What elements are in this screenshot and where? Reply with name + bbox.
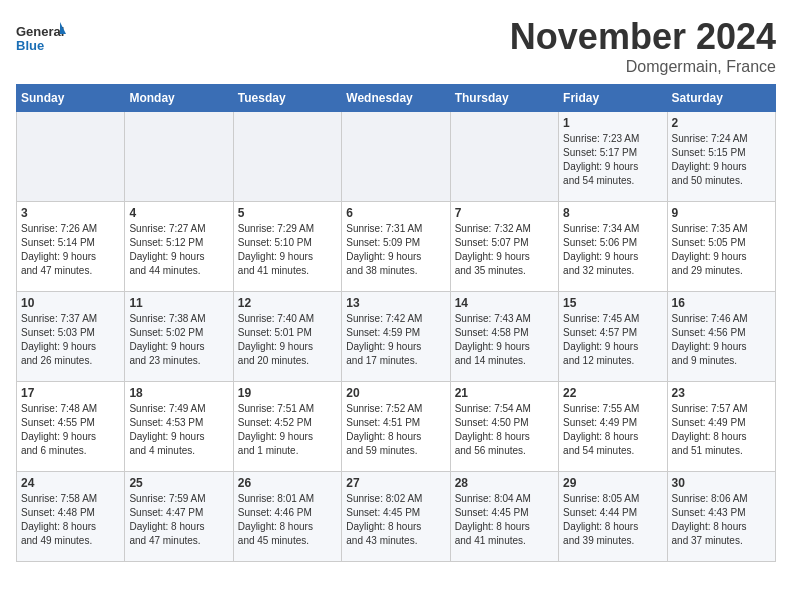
calendar-cell: 15Sunrise: 7:45 AM Sunset: 4:57 PM Dayli… [559,292,667,382]
day-info: Sunrise: 7:29 AM Sunset: 5:10 PM Dayligh… [238,222,337,278]
calendar-cell: 19Sunrise: 7:51 AM Sunset: 4:52 PM Dayli… [233,382,341,472]
day-number: 27 [346,476,445,490]
day-info: Sunrise: 8:06 AM Sunset: 4:43 PM Dayligh… [672,492,771,548]
day-number: 15 [563,296,662,310]
calendar-cell: 1Sunrise: 7:23 AM Sunset: 5:17 PM Daylig… [559,112,667,202]
day-number: 17 [21,386,120,400]
day-info: Sunrise: 7:31 AM Sunset: 5:09 PM Dayligh… [346,222,445,278]
calendar-cell: 11Sunrise: 7:38 AM Sunset: 5:02 PM Dayli… [125,292,233,382]
day-info: Sunrise: 7:46 AM Sunset: 4:56 PM Dayligh… [672,312,771,368]
day-number: 2 [672,116,771,130]
calendar-cell: 5Sunrise: 7:29 AM Sunset: 5:10 PM Daylig… [233,202,341,292]
day-number: 23 [672,386,771,400]
svg-text:Blue: Blue [16,38,44,53]
day-info: Sunrise: 7:55 AM Sunset: 4:49 PM Dayligh… [563,402,662,458]
day-number: 3 [21,206,120,220]
day-number: 20 [346,386,445,400]
day-number: 9 [672,206,771,220]
day-info: Sunrise: 7:26 AM Sunset: 5:14 PM Dayligh… [21,222,120,278]
calendar-cell: 14Sunrise: 7:43 AM Sunset: 4:58 PM Dayli… [450,292,558,382]
calendar-week-row: 24Sunrise: 7:58 AM Sunset: 4:48 PM Dayli… [17,472,776,562]
day-number: 19 [238,386,337,400]
day-number: 29 [563,476,662,490]
day-info: Sunrise: 7:40 AM Sunset: 5:01 PM Dayligh… [238,312,337,368]
day-number: 4 [129,206,228,220]
calendar-cell: 30Sunrise: 8:06 AM Sunset: 4:43 PM Dayli… [667,472,775,562]
calendar-cell: 27Sunrise: 8:02 AM Sunset: 4:45 PM Dayli… [342,472,450,562]
day-info: Sunrise: 7:32 AM Sunset: 5:07 PM Dayligh… [455,222,554,278]
day-info: Sunrise: 8:04 AM Sunset: 4:45 PM Dayligh… [455,492,554,548]
day-info: Sunrise: 7:35 AM Sunset: 5:05 PM Dayligh… [672,222,771,278]
day-number: 6 [346,206,445,220]
day-info: Sunrise: 7:45 AM Sunset: 4:57 PM Dayligh… [563,312,662,368]
day-info: Sunrise: 8:01 AM Sunset: 4:46 PM Dayligh… [238,492,337,548]
day-number: 25 [129,476,228,490]
day-info: Sunrise: 7:23 AM Sunset: 5:17 PM Dayligh… [563,132,662,188]
calendar-table: SundayMondayTuesdayWednesdayThursdayFrid… [16,84,776,562]
calendar-cell [125,112,233,202]
day-number: 14 [455,296,554,310]
day-info: Sunrise: 8:02 AM Sunset: 4:45 PM Dayligh… [346,492,445,548]
calendar-cell: 8Sunrise: 7:34 AM Sunset: 5:06 PM Daylig… [559,202,667,292]
calendar-cell: 9Sunrise: 7:35 AM Sunset: 5:05 PM Daylig… [667,202,775,292]
day-number: 7 [455,206,554,220]
calendar-cell: 12Sunrise: 7:40 AM Sunset: 5:01 PM Dayli… [233,292,341,382]
day-number: 11 [129,296,228,310]
day-info: Sunrise: 7:48 AM Sunset: 4:55 PM Dayligh… [21,402,120,458]
weekday-header: Sunday [17,85,125,112]
day-info: Sunrise: 7:49 AM Sunset: 4:53 PM Dayligh… [129,402,228,458]
calendar-cell [450,112,558,202]
logo-svg: General Blue [16,20,66,60]
day-number: 5 [238,206,337,220]
calendar-cell: 6Sunrise: 7:31 AM Sunset: 5:09 PM Daylig… [342,202,450,292]
day-number: 22 [563,386,662,400]
day-number: 12 [238,296,337,310]
day-number: 26 [238,476,337,490]
day-info: Sunrise: 7:58 AM Sunset: 4:48 PM Dayligh… [21,492,120,548]
day-number: 24 [21,476,120,490]
calendar-cell: 26Sunrise: 8:01 AM Sunset: 4:46 PM Dayli… [233,472,341,562]
weekday-header: Wednesday [342,85,450,112]
day-number: 21 [455,386,554,400]
calendar-week-row: 17Sunrise: 7:48 AM Sunset: 4:55 PM Dayli… [17,382,776,472]
calendar-cell: 3Sunrise: 7:26 AM Sunset: 5:14 PM Daylig… [17,202,125,292]
calendar-cell: 20Sunrise: 7:52 AM Sunset: 4:51 PM Dayli… [342,382,450,472]
day-info: Sunrise: 7:54 AM Sunset: 4:50 PM Dayligh… [455,402,554,458]
calendar-cell: 17Sunrise: 7:48 AM Sunset: 4:55 PM Dayli… [17,382,125,472]
calendar-cell [342,112,450,202]
calendar-cell: 13Sunrise: 7:42 AM Sunset: 4:59 PM Dayli… [342,292,450,382]
calendar-cell: 28Sunrise: 8:04 AM Sunset: 4:45 PM Dayli… [450,472,558,562]
page-title: November 2024 [510,16,776,58]
day-number: 13 [346,296,445,310]
calendar-week-row: 3Sunrise: 7:26 AM Sunset: 5:14 PM Daylig… [17,202,776,292]
calendar-cell [233,112,341,202]
calendar-week-row: 1Sunrise: 7:23 AM Sunset: 5:17 PM Daylig… [17,112,776,202]
calendar-cell: 29Sunrise: 8:05 AM Sunset: 4:44 PM Dayli… [559,472,667,562]
logo: General Blue [16,20,66,60]
day-info: Sunrise: 8:05 AM Sunset: 4:44 PM Dayligh… [563,492,662,548]
day-info: Sunrise: 7:43 AM Sunset: 4:58 PM Dayligh… [455,312,554,368]
day-info: Sunrise: 7:57 AM Sunset: 4:49 PM Dayligh… [672,402,771,458]
calendar-week-row: 10Sunrise: 7:37 AM Sunset: 5:03 PM Dayli… [17,292,776,382]
day-number: 18 [129,386,228,400]
page-header: General Blue November 2024 Domgermain, F… [16,16,776,76]
weekday-header: Thursday [450,85,558,112]
weekday-header: Saturday [667,85,775,112]
title-section: November 2024 Domgermain, France [510,16,776,76]
calendar-cell [17,112,125,202]
svg-text:General: General [16,24,64,39]
calendar-cell: 22Sunrise: 7:55 AM Sunset: 4:49 PM Dayli… [559,382,667,472]
day-info: Sunrise: 7:42 AM Sunset: 4:59 PM Dayligh… [346,312,445,368]
calendar-cell: 16Sunrise: 7:46 AM Sunset: 4:56 PM Dayli… [667,292,775,382]
calendar-cell: 25Sunrise: 7:59 AM Sunset: 4:47 PM Dayli… [125,472,233,562]
calendar-cell: 23Sunrise: 7:57 AM Sunset: 4:49 PM Dayli… [667,382,775,472]
calendar-cell: 2Sunrise: 7:24 AM Sunset: 5:15 PM Daylig… [667,112,775,202]
calendar-cell: 24Sunrise: 7:58 AM Sunset: 4:48 PM Dayli… [17,472,125,562]
day-info: Sunrise: 7:38 AM Sunset: 5:02 PM Dayligh… [129,312,228,368]
day-info: Sunrise: 7:51 AM Sunset: 4:52 PM Dayligh… [238,402,337,458]
day-info: Sunrise: 7:34 AM Sunset: 5:06 PM Dayligh… [563,222,662,278]
day-number: 16 [672,296,771,310]
day-number: 1 [563,116,662,130]
day-number: 30 [672,476,771,490]
calendar-cell: 4Sunrise: 7:27 AM Sunset: 5:12 PM Daylig… [125,202,233,292]
